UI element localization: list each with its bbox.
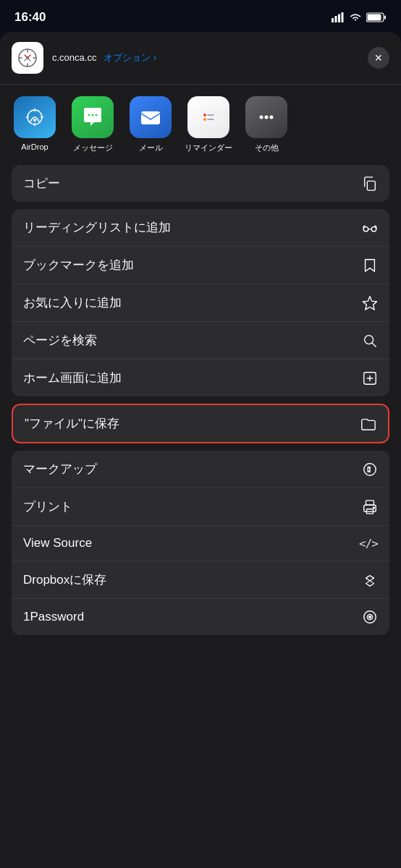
1password-label: 1Password [23,610,84,624]
svg-point-16 [203,114,206,116]
battery-icon [366,12,387,22]
star-icon [362,295,378,311]
svg-rect-1 [335,16,337,22]
mail-icon-wrap [130,96,172,138]
compass-icon [17,48,38,68]
app-item-messages[interactable]: メッセージ [64,96,122,153]
svg-rect-5 [368,14,381,21]
reminders-label: リマインダー [185,142,232,153]
save-files-label: "ファイル"に保存 [25,415,119,432]
svg-point-25 [371,226,376,231]
app-item-airdrop[interactable]: AirDrop [6,96,64,153]
view-source-label: View Source [23,536,92,550]
app-item-reminders[interactable]: リマインダー [180,96,237,153]
menu-section-1: コピー [12,165,389,202]
svg-rect-23 [367,181,375,190]
signal-icon [332,12,345,22]
browser-icon-wrap [12,42,43,74]
1password-icon [362,609,378,625]
app-item-more[interactable]: その他 [237,96,295,153]
domain-text: c.conca.cc [52,52,96,63]
svg-point-13 [96,114,98,116]
find-label: ページを検索 [23,332,97,349]
menu-item-view-source[interactable]: View Source </> [12,526,389,561]
share-sheet: c.conca.cc オプション › ✕ AirDrop [0,32,401,868]
favorites-label: お気に入りに追加 [23,294,122,311]
copy-icon [362,176,378,192]
menu-item-find[interactable]: ページを検索 [12,322,389,359]
menu-item-reading-list[interactable]: リーディングリストに追加 [12,209,389,247]
apps-row: AirDrop メッセージ メール [0,85,401,165]
header-url: c.conca.cc オプション › [52,51,368,64]
status-time: 16:40 [14,10,46,25]
more-icon-wrap [245,96,287,138]
menu-item-copy[interactable]: コピー [12,165,389,202]
mail-icon [138,105,163,129]
reminders-icon [196,105,221,129]
close-button[interactable]: ✕ [368,47,389,69]
options-link[interactable]: オプション › [104,52,156,63]
airdrop-icon [23,106,46,129]
svg-rect-0 [332,18,334,22]
plus-square-icon [362,370,378,386]
messages-icon-wrap [72,96,114,138]
airdrop-label: AirDrop [21,142,48,151]
svg-point-24 [363,226,368,231]
svg-rect-14 [141,111,160,124]
svg-rect-29 [366,500,374,504]
bookmark-icon [362,258,378,273]
svg-rect-6 [384,16,386,20]
glasses-icon [362,220,378,236]
menu-item-save-files[interactable]: "ファイル"に保存 [13,405,388,442]
more-dots-icon [256,107,277,127]
dropbox-label: Dropboxに保存 [23,571,106,588]
svg-point-35 [369,616,371,618]
svg-point-11 [88,114,90,116]
code-icon: </> [359,537,378,550]
dropbox-icon [362,572,378,588]
print-icon [362,499,378,515]
more-label: その他 [255,142,279,153]
svg-point-12 [92,114,94,116]
svg-point-22 [270,116,274,119]
reading-list-label: リーディングリストに追加 [23,219,171,236]
menu-section-3: マークアップ プリント View Source </> Dropboxに保存 [12,451,389,635]
markup-icon [362,461,378,477]
status-bar: 16:40 [0,0,401,30]
print-label: プリント [23,498,72,515]
menu-item-homescreen[interactable]: ホーム画面に追加 [12,359,389,396]
airdrop-icon-wrap [14,96,56,138]
wifi-icon [349,12,362,22]
messages-label: メッセージ [73,142,113,153]
bookmark-label: ブックマークを追加 [23,257,134,273]
svg-point-20 [260,116,263,119]
copy-label: コピー [23,175,60,192]
menu-item-1password[interactable]: 1Password [12,599,389,635]
menu-item-favorites[interactable]: お気に入りに追加 [12,284,389,322]
sheet-header: c.conca.cc オプション › ✕ [0,32,401,85]
menu-item-markup[interactable]: マークアップ [12,451,389,488]
reminders-icon-wrap [187,96,229,138]
svg-point-21 [265,116,269,119]
close-icon: ✕ [374,52,383,64]
svg-rect-2 [338,14,340,23]
menu-item-dropbox[interactable]: Dropboxに保存 [12,561,389,599]
markup-label: マークアップ [23,461,97,477]
status-icons [332,12,387,22]
svg-point-32 [373,507,375,509]
menu-item-save-files-container: "ファイル"に保存 [12,404,389,443]
app-item-mail[interactable]: メール [122,96,180,153]
svg-rect-3 [342,12,344,22]
mail-label: メール [139,142,163,153]
menu-item-print[interactable]: プリント [12,488,389,526]
menu-item-bookmark[interactable]: ブックマークを追加 [12,247,389,284]
svg-point-10 [33,119,36,122]
search-icon [362,333,378,349]
menu-section-2: リーディングリストに追加 ブックマークを追加 お気に入りに追加 ページを検索 [12,209,389,396]
svg-rect-15 [200,109,216,125]
svg-point-18 [203,118,206,121]
folder-icon [360,416,376,432]
messages-icon [80,105,105,129]
homescreen-label: ホーム画面に追加 [23,370,122,386]
